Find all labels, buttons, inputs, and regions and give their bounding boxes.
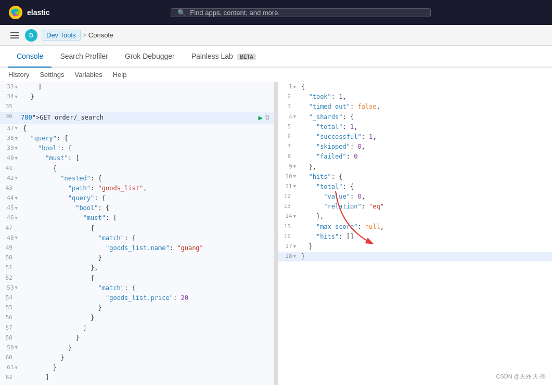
output-fold-icon-14[interactable]: ▼ bbox=[292, 213, 297, 220]
editor-line-62: 62 ] bbox=[0, 373, 274, 383]
editor-line-44: 44 ▼ "query": { bbox=[0, 193, 274, 203]
output-line-1: 1 ▼{ bbox=[278, 82, 552, 92]
editor-line-59: 59 ▼ } bbox=[0, 343, 274, 353]
fold-icon-44[interactable]: ▼ bbox=[14, 194, 19, 202]
fold-icon-38[interactable]: ▼ bbox=[14, 135, 19, 142]
output-line-6: 6 "successful": 1, bbox=[278, 132, 552, 142]
editor-line-56: 56 } bbox=[0, 313, 274, 323]
breadcrumb: Dev Tools > Console bbox=[42, 30, 113, 41]
output-fold-icon-4[interactable]: ▼ bbox=[292, 113, 297, 120]
nav-help[interactable]: Help bbox=[113, 71, 127, 79]
output-line-15: 15 "max_score": null, bbox=[278, 222, 552, 232]
output-fold-icon-10[interactable]: ▼ bbox=[292, 173, 297, 180]
avatar: D bbox=[25, 29, 37, 42]
output-fold-icon-18[interactable]: ▼ bbox=[292, 253, 297, 260]
output-line-16: 16 "hits": [] bbox=[278, 232, 552, 242]
output-line-8: 8 "failed": 0 bbox=[278, 152, 552, 162]
tab-nav: Console Search Profiler Grok Debugger Pa… bbox=[0, 46, 552, 68]
editor-panel: 33 ▼ ]34 ▼ }3536700">GET order/_search▶⧉… bbox=[0, 82, 274, 385]
editor-line-48: 48 ▼ "match": { bbox=[0, 233, 274, 243]
fold-icon-53[interactable]: ▼ bbox=[14, 284, 19, 291]
nav-history[interactable]: History bbox=[8, 71, 29, 79]
editor-line-40: 40 ▼ "must": [ bbox=[0, 153, 274, 163]
nav-settings[interactable]: Settings bbox=[40, 71, 64, 79]
breadcrumb-devtools[interactable]: Dev Tools bbox=[42, 30, 81, 41]
breadcrumb-bar: D Dev Tools > Console bbox=[0, 25, 552, 46]
top-bar: elastic 🔍 Find apps, content, and more. bbox=[0, 0, 552, 25]
editor-line-37: 37 ▼{ bbox=[0, 124, 274, 134]
editor-line-45: 45 ▼ "bool": { bbox=[0, 203, 274, 213]
output-line-11: 11 ▼ "total": { bbox=[278, 182, 552, 192]
editor-line-39: 39 ▼ "bool": { bbox=[0, 143, 274, 153]
global-search[interactable]: 🔍 Find apps, content, and more. bbox=[171, 8, 431, 17]
logo-text: elastic bbox=[27, 8, 50, 17]
output-fold-icon-17[interactable]: ▼ bbox=[292, 243, 297, 250]
tab-grok-debugger[interactable]: Grok Debugger bbox=[117, 46, 183, 68]
editor-line-58: 58 } bbox=[0, 333, 274, 343]
editor-line-57: 57 ] bbox=[0, 323, 274, 333]
editor-line-43: 43 "path": "goods_list", bbox=[0, 184, 274, 193]
hamburger-button[interactable] bbox=[8, 30, 21, 41]
search-icon: 🔍 bbox=[177, 9, 186, 17]
editor-line-46: 46 ▼ "must": [ bbox=[0, 213, 274, 223]
nav-variables[interactable]: Variables bbox=[74, 71, 102, 79]
output-line-2: 2 "took": 1, bbox=[278, 92, 552, 102]
output-line-14: 14 ▼ }, bbox=[278, 212, 552, 221]
output-code-area: 1 ▼{2 "took": 1,3 "timed_out": false,4 ▼… bbox=[278, 82, 552, 385]
run-button[interactable]: ▶ bbox=[259, 112, 263, 123]
fold-icon-48[interactable]: ▼ bbox=[14, 234, 19, 241]
output-fold-icon-1[interactable]: ▼ bbox=[292, 83, 297, 90]
editor-line-51: 51 }, bbox=[0, 263, 274, 273]
fold-icon-33[interactable]: ▼ bbox=[14, 83, 19, 90]
beta-badge: BETA bbox=[237, 54, 256, 60]
editor-line-38: 38 ▼ "query": { bbox=[0, 134, 274, 143]
output-panel: 1 ▼{2 "took": 1,3 "timed_out": false,4 ▼… bbox=[278, 82, 552, 385]
editor-line-63: 63 } bbox=[0, 383, 274, 385]
output-line-10: 10 ▼ "hits": { bbox=[278, 172, 552, 182]
output-line-12: 12 "value": 0, bbox=[278, 192, 552, 202]
editor-line-47: 47 { bbox=[0, 224, 274, 233]
main-content: 33 ▼ ]34 ▼ }3536700">GET order/_search▶⧉… bbox=[0, 82, 552, 385]
copy-button[interactable]: ⧉ bbox=[265, 113, 269, 123]
editor-line-41: 41 { bbox=[0, 164, 274, 174]
editor-line-34: 34 ▼ } bbox=[0, 92, 274, 102]
tab-painless-lab[interactable]: Painless Lab BETA bbox=[183, 46, 265, 68]
fold-icon-40[interactable]: ▼ bbox=[14, 154, 19, 162]
tab-console[interactable]: Console bbox=[8, 46, 52, 68]
output-line-13: 13 "relation": "eq" bbox=[278, 202, 552, 212]
output-line-17: 17 ▼ } bbox=[278, 242, 552, 252]
output-fold-icon-11[interactable]: ▼ bbox=[292, 182, 297, 190]
editor-line-61: 61 ▼ } bbox=[0, 363, 274, 373]
watermark: CSDN @天外·天·亮 bbox=[496, 373, 546, 381]
fold-icon-39[interactable]: ▼ bbox=[14, 145, 19, 152]
breadcrumb-separator: > bbox=[83, 32, 86, 39]
editor-line-53: 53 ▼ "match": { bbox=[0, 283, 274, 293]
resize-handle[interactable]: ⋮ bbox=[274, 82, 278, 385]
editor-code-area[interactable]: 33 ▼ ]34 ▼ }3536700">GET order/_search▶⧉… bbox=[0, 82, 274, 385]
editor-line-33: 33 ▼ ] bbox=[0, 82, 274, 92]
fold-icon-37[interactable]: ▼ bbox=[14, 124, 19, 132]
fold-icon-42[interactable]: ▼ bbox=[14, 174, 19, 181]
fold-icon-34[interactable]: ▼ bbox=[14, 93, 19, 100]
svg-point-0 bbox=[9, 6, 22, 19]
editor-line-42: 42 ▼ "nested": { bbox=[0, 174, 274, 184]
editor-line-54: 54 "goods_list.price": 20 bbox=[0, 293, 274, 303]
editor-line-55: 55 } bbox=[0, 303, 274, 313]
elastic-logo[interactable]: elastic bbox=[8, 5, 50, 20]
fold-icon-45[interactable]: ▼ bbox=[14, 204, 19, 212]
editor-line-52: 52 { bbox=[0, 273, 274, 283]
elastic-logo-icon bbox=[8, 5, 23, 20]
editor-line-50: 50 } bbox=[0, 253, 274, 263]
output-line-5: 5 "total": 1, bbox=[278, 122, 552, 132]
fold-icon-46[interactable]: ▼ bbox=[14, 214, 19, 221]
search-placeholder: Find apps, content, and more. bbox=[190, 9, 280, 17]
fold-icon-59[interactable]: ▼ bbox=[14, 344, 19, 351]
fold-icon-61[interactable]: ▼ bbox=[14, 364, 19, 371]
output-line-3: 3 "timed_out": false, bbox=[278, 102, 552, 112]
editor-line-49: 49 "goods_list.name": "guang" bbox=[0, 243, 274, 253]
output-line-18: 18 ▼} bbox=[278, 252, 552, 262]
editor-line-36: 36700">GET order/_search▶⧉ bbox=[0, 112, 274, 123]
output-line-7: 7 "skipped": 0, bbox=[278, 142, 552, 152]
tab-search-profiler[interactable]: Search Profiler bbox=[52, 46, 117, 68]
output-fold-icon-9[interactable]: ▼ bbox=[292, 163, 297, 170]
